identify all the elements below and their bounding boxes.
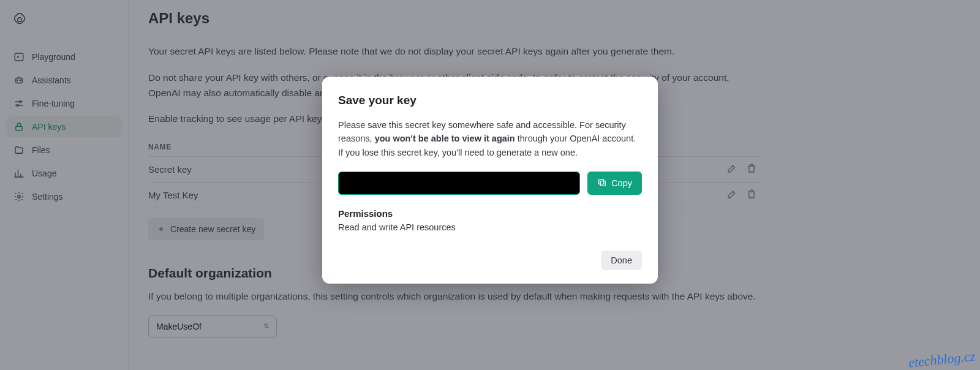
copy-button[interactable]: Copy	[587, 172, 642, 195]
done-button[interactable]: Done	[601, 251, 642, 270]
permissions-text: Read and write API resources	[338, 222, 642, 232]
secret-key-field[interactable]	[338, 172, 580, 195]
save-key-modal: Save your key Please save this secret ke…	[322, 77, 658, 284]
svg-rect-10	[599, 179, 604, 184]
copy-icon	[597, 178, 607, 189]
modal-title: Save your key	[338, 94, 642, 107]
svg-rect-9	[600, 181, 605, 186]
permissions-heading: Permissions	[338, 208, 642, 219]
modal-overlay[interactable]: Save your key Please save this secret ke…	[0, 0, 980, 370]
modal-body: Please save this secret key somewhere sa…	[338, 118, 642, 159]
